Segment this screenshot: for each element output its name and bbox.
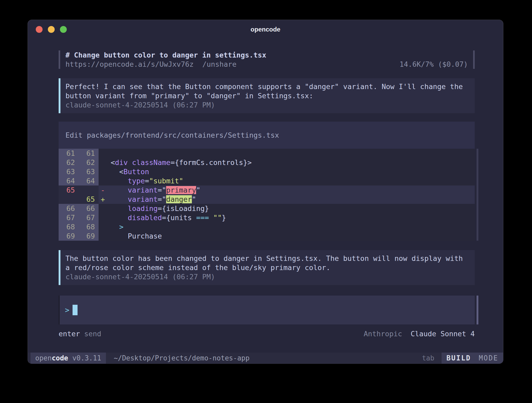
window-title: opencode: [250, 26, 280, 33]
old-line-number: 65: [59, 185, 79, 195]
zoom-window-button[interactable]: [60, 26, 67, 33]
code-line: <Button: [111, 167, 149, 176]
diff-sign: [99, 149, 111, 158]
assistant-message-meta: claude-sonnet-4-20250514 (06:27 PM): [65, 272, 469, 281]
edit-tool-block: Edit packages/frontend/src/containers/Se…: [59, 122, 475, 241]
old-line-number: 68: [59, 222, 79, 231]
send-action-hint: send: [84, 329, 101, 338]
model-name: Claude Sonnet 4: [411, 330, 475, 338]
text-cursor: [73, 305, 78, 315]
code-line: <div className={formCs.controls}>: [111, 158, 252, 167]
assistant-message-meta: claude-sonnet-4-20250514 (06:27 PM): [65, 100, 469, 110]
assistant-message-text: Perfect! I can see that the Button compo…: [65, 82, 469, 100]
traffic-lights: [36, 20, 67, 39]
new-line-number: 63: [79, 167, 99, 176]
code-line: variant="danger": [111, 195, 196, 204]
old-line-number: 62: [59, 158, 79, 167]
diff-row: 6363 <Button: [59, 167, 475, 176]
assistant-message: The button color has been changed to dan…: [59, 250, 475, 285]
old-line-number: 63: [59, 167, 79, 176]
enter-key-hint: enter: [59, 329, 80, 338]
diff-row: 6666 loading={isLoading}: [59, 204, 475, 213]
opencode-window: opencode # Change button color to danger…: [28, 20, 503, 364]
minimize-window-button[interactable]: [48, 26, 55, 33]
code-line: variant="primary": [111, 185, 200, 195]
mode-toggle-chip[interactable]: BUILD MODE: [442, 353, 503, 364]
code-line: type="submit": [111, 176, 183, 185]
app-name-open: open: [35, 353, 52, 364]
old-line-number: 69: [59, 231, 79, 241]
new-line-number: 67: [79, 213, 99, 222]
old-line-number: [59, 195, 79, 204]
unshare-command[interactable]: /unshare: [202, 60, 237, 69]
input-right-bar: [477, 296, 478, 324]
diff-sign: [99, 158, 111, 167]
diff-sign: [99, 204, 111, 213]
prompt-chevron-icon: >: [65, 306, 69, 315]
new-line-number: 69: [79, 231, 99, 241]
diff-sign: [99, 222, 111, 231]
app-name-code: code: [52, 353, 68, 364]
mode-name: BUILD: [446, 354, 471, 362]
edit-file-path: packages/frontend/src/containers/Setting…: [87, 131, 279, 139]
hint-row: enter send Anthropic Claude Sonnet 4: [59, 329, 475, 338]
new-line-number: 64: [79, 176, 99, 185]
share-url-link[interactable]: https://opencode.ai/s/UwJxv76z: [65, 60, 194, 69]
status-bar: opencode v0.3.11 ~/Desktop/Projects/demo…: [28, 353, 503, 364]
diff-sign: -: [99, 185, 111, 195]
app-version: v0.3.11: [72, 353, 101, 364]
edit-tool-header: Edit packages/frontend/src/containers/Se…: [59, 122, 475, 149]
diff-row: 65- variant="primary": [59, 185, 475, 195]
diff-row: 65+ variant="danger": [59, 195, 475, 204]
new-line-number: 61: [79, 149, 99, 158]
header-right-bar: [473, 50, 475, 69]
mode-suffix: MODE: [479, 354, 498, 362]
edit-action-label: Edit: [65, 131, 83, 139]
token-usage-stats: 14.6K/7% ($0.07): [400, 60, 468, 69]
diff-row: 6868 >: [59, 222, 475, 231]
diff-view: 61616262<div className={formCs.controls}…: [59, 149, 475, 241]
close-window-button[interactable]: [36, 26, 43, 33]
old-line-number: 64: [59, 176, 79, 185]
old-line-number: 66: [59, 204, 79, 213]
new-line-number: 62: [79, 158, 99, 167]
diff-row: 6464 type="submit": [59, 176, 475, 185]
diff-sign: [99, 167, 111, 176]
model-provider: Anthropic: [364, 330, 402, 338]
prompt-input[interactable]: >: [59, 296, 475, 324]
old-line-number: 67: [59, 213, 79, 222]
session-header: # Change button color to danger in setti…: [59, 50, 475, 69]
diff-sign: [99, 176, 111, 185]
assistant-message: Perfect! I can see that the Button compo…: [59, 78, 475, 113]
new-line-number: 65: [79, 195, 99, 204]
diff-row: 6767 disabled={units === ""}: [59, 213, 475, 222]
edit-scrollbar[interactable]: [477, 149, 478, 241]
new-line-number: 68: [79, 222, 99, 231]
code-line: >: [111, 222, 124, 231]
diff-row: 6161: [59, 149, 475, 158]
tab-key-hint: tab: [422, 353, 434, 364]
titlebar: opencode: [28, 20, 503, 39]
model-info: Anthropic Claude Sonnet 4: [364, 329, 475, 338]
diff-sign: [99, 231, 111, 241]
app-version-chip: opencode v0.3.11: [30, 353, 106, 364]
working-directory: ~/Desktop/Projects/demo-notes-app: [114, 353, 250, 364]
new-line-number: 66: [79, 204, 99, 213]
code-line: Purchase: [111, 231, 162, 241]
diff-row: 6262<div className={formCs.controls}>: [59, 158, 475, 167]
assistant-message-text: The button color has been changed to dan…: [65, 254, 469, 272]
old-line-number: 61: [59, 149, 79, 158]
diff-sign: [99, 213, 111, 222]
code-line: loading={isLoading}: [111, 204, 209, 213]
code-line: disabled={units === ""}: [111, 213, 226, 222]
session-title: # Change button color to danger in setti…: [65, 50, 468, 60]
new-line-number: [79, 185, 99, 195]
diff-row: 6969 Purchase: [59, 231, 475, 241]
diff-sign: +: [99, 195, 111, 204]
